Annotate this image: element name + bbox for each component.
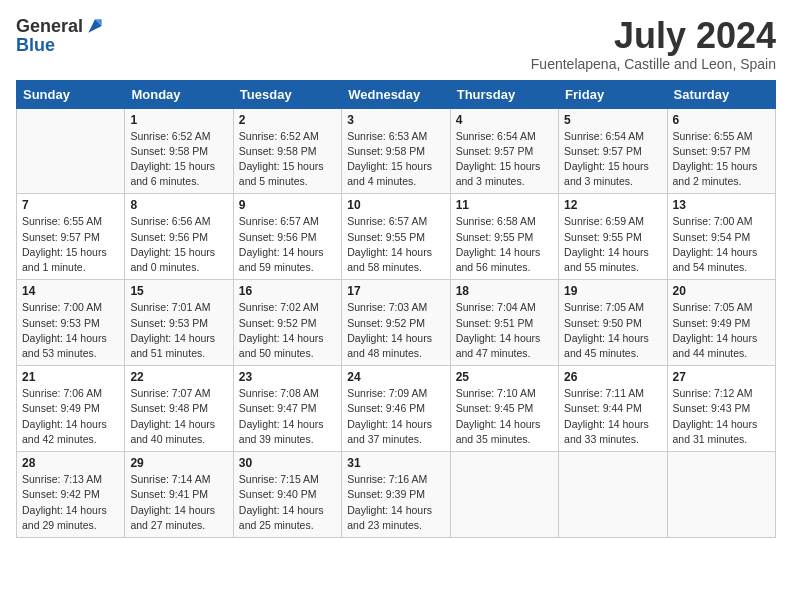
day-number: 25 [456,370,553,384]
day-cell: 11Sunrise: 6:58 AMSunset: 9:55 PMDayligh… [450,194,558,280]
day-number: 17 [347,284,444,298]
day-cell: 6Sunrise: 6:55 AMSunset: 9:57 PMDaylight… [667,108,775,194]
day-cell [17,108,125,194]
day-info: Sunrise: 6:55 AMSunset: 9:57 PMDaylight:… [22,214,119,275]
day-number: 10 [347,198,444,212]
day-cell: 3Sunrise: 6:53 AMSunset: 9:58 PMDaylight… [342,108,450,194]
day-number: 26 [564,370,661,384]
day-cell: 30Sunrise: 7:15 AMSunset: 9:40 PMDayligh… [233,452,341,538]
day-number: 27 [673,370,770,384]
day-info: Sunrise: 7:14 AMSunset: 9:41 PMDaylight:… [130,472,227,533]
logo-general: General [16,17,83,35]
day-info: Sunrise: 6:57 AMSunset: 9:56 PMDaylight:… [239,214,336,275]
day-cell: 4Sunrise: 6:54 AMSunset: 9:57 PMDaylight… [450,108,558,194]
day-number: 16 [239,284,336,298]
day-cell: 27Sunrise: 7:12 AMSunset: 9:43 PMDayligh… [667,366,775,452]
day-info: Sunrise: 6:52 AMSunset: 9:58 PMDaylight:… [130,129,227,190]
day-number: 30 [239,456,336,470]
day-cell [450,452,558,538]
day-info: Sunrise: 7:15 AMSunset: 9:40 PMDaylight:… [239,472,336,533]
day-info: Sunrise: 7:16 AMSunset: 9:39 PMDaylight:… [347,472,444,533]
weekday-header-monday: Monday [125,80,233,108]
week-row-5: 28Sunrise: 7:13 AMSunset: 9:42 PMDayligh… [17,452,776,538]
day-info: Sunrise: 6:56 AMSunset: 9:56 PMDaylight:… [130,214,227,275]
day-info: Sunrise: 6:54 AMSunset: 9:57 PMDaylight:… [456,129,553,190]
week-row-2: 7Sunrise: 6:55 AMSunset: 9:57 PMDaylight… [17,194,776,280]
day-cell: 19Sunrise: 7:05 AMSunset: 9:50 PMDayligh… [559,280,667,366]
day-number: 13 [673,198,770,212]
day-info: Sunrise: 7:00 AMSunset: 9:53 PMDaylight:… [22,300,119,361]
day-info: Sunrise: 7:05 AMSunset: 9:49 PMDaylight:… [673,300,770,361]
day-cell: 28Sunrise: 7:13 AMSunset: 9:42 PMDayligh… [17,452,125,538]
day-number: 31 [347,456,444,470]
weekday-header-thursday: Thursday [450,80,558,108]
day-number: 28 [22,456,119,470]
day-number: 23 [239,370,336,384]
weekday-header-row: SundayMondayTuesdayWednesdayThursdayFrid… [17,80,776,108]
day-info: Sunrise: 6:54 AMSunset: 9:57 PMDaylight:… [564,129,661,190]
day-cell: 1Sunrise: 6:52 AMSunset: 9:58 PMDaylight… [125,108,233,194]
day-info: Sunrise: 7:07 AMSunset: 9:48 PMDaylight:… [130,386,227,447]
week-row-3: 14Sunrise: 7:00 AMSunset: 9:53 PMDayligh… [17,280,776,366]
day-number: 5 [564,113,661,127]
day-number: 29 [130,456,227,470]
weekday-header-friday: Friday [559,80,667,108]
day-info: Sunrise: 6:53 AMSunset: 9:58 PMDaylight:… [347,129,444,190]
day-info: Sunrise: 7:09 AMSunset: 9:46 PMDaylight:… [347,386,444,447]
day-cell: 24Sunrise: 7:09 AMSunset: 9:46 PMDayligh… [342,366,450,452]
weekday-header-saturday: Saturday [667,80,775,108]
day-cell: 5Sunrise: 6:54 AMSunset: 9:57 PMDaylight… [559,108,667,194]
day-cell: 14Sunrise: 7:00 AMSunset: 9:53 PMDayligh… [17,280,125,366]
day-number: 24 [347,370,444,384]
day-cell: 2Sunrise: 6:52 AMSunset: 9:58 PMDaylight… [233,108,341,194]
logo-icon [85,16,105,36]
weekday-header-tuesday: Tuesday [233,80,341,108]
day-number: 21 [22,370,119,384]
day-cell: 20Sunrise: 7:05 AMSunset: 9:49 PMDayligh… [667,280,775,366]
logo-blue: Blue [16,35,55,55]
day-cell: 26Sunrise: 7:11 AMSunset: 9:44 PMDayligh… [559,366,667,452]
weekday-header-wednesday: Wednesday [342,80,450,108]
day-number: 22 [130,370,227,384]
calendar-table: SundayMondayTuesdayWednesdayThursdayFrid… [16,80,776,538]
week-row-4: 21Sunrise: 7:06 AMSunset: 9:49 PMDayligh… [17,366,776,452]
day-info: Sunrise: 6:58 AMSunset: 9:55 PMDaylight:… [456,214,553,275]
day-info: Sunrise: 7:04 AMSunset: 9:51 PMDaylight:… [456,300,553,361]
day-info: Sunrise: 6:55 AMSunset: 9:57 PMDaylight:… [673,129,770,190]
day-number: 7 [22,198,119,212]
day-cell: 17Sunrise: 7:03 AMSunset: 9:52 PMDayligh… [342,280,450,366]
day-info: Sunrise: 7:03 AMSunset: 9:52 PMDaylight:… [347,300,444,361]
week-row-1: 1Sunrise: 6:52 AMSunset: 9:58 PMDaylight… [17,108,776,194]
day-info: Sunrise: 6:57 AMSunset: 9:55 PMDaylight:… [347,214,444,275]
day-cell: 31Sunrise: 7:16 AMSunset: 9:39 PMDayligh… [342,452,450,538]
day-number: 11 [456,198,553,212]
day-number: 4 [456,113,553,127]
day-number: 18 [456,284,553,298]
logo: General Blue [16,16,105,55]
day-cell: 15Sunrise: 7:01 AMSunset: 9:53 PMDayligh… [125,280,233,366]
day-number: 3 [347,113,444,127]
day-info: Sunrise: 6:59 AMSunset: 9:55 PMDaylight:… [564,214,661,275]
day-cell: 8Sunrise: 6:56 AMSunset: 9:56 PMDaylight… [125,194,233,280]
day-info: Sunrise: 7:06 AMSunset: 9:49 PMDaylight:… [22,386,119,447]
day-number: 20 [673,284,770,298]
day-number: 19 [564,284,661,298]
day-number: 1 [130,113,227,127]
day-info: Sunrise: 7:10 AMSunset: 9:45 PMDaylight:… [456,386,553,447]
title-area: July 2024 Fuentelapena, Castille and Leo… [531,16,776,72]
day-cell: 12Sunrise: 6:59 AMSunset: 9:55 PMDayligh… [559,194,667,280]
day-number: 9 [239,198,336,212]
day-number: 12 [564,198,661,212]
day-cell: 13Sunrise: 7:00 AMSunset: 9:54 PMDayligh… [667,194,775,280]
day-cell: 16Sunrise: 7:02 AMSunset: 9:52 PMDayligh… [233,280,341,366]
location: Fuentelapena, Castille and Leon, Spain [531,56,776,72]
day-cell: 29Sunrise: 7:14 AMSunset: 9:41 PMDayligh… [125,452,233,538]
day-info: Sunrise: 7:11 AMSunset: 9:44 PMDaylight:… [564,386,661,447]
day-info: Sunrise: 6:52 AMSunset: 9:58 PMDaylight:… [239,129,336,190]
day-info: Sunrise: 7:12 AMSunset: 9:43 PMDaylight:… [673,386,770,447]
day-cell [667,452,775,538]
day-info: Sunrise: 7:02 AMSunset: 9:52 PMDaylight:… [239,300,336,361]
day-cell: 9Sunrise: 6:57 AMSunset: 9:56 PMDaylight… [233,194,341,280]
day-number: 2 [239,113,336,127]
day-cell [559,452,667,538]
